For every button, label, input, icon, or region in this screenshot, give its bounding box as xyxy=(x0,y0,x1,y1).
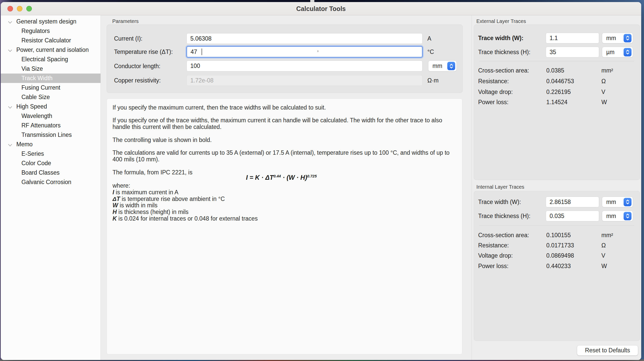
stepper-up-down-icon xyxy=(624,48,631,56)
internal-traces-group-box: Trace width (W): mm Trace thickness (H):… xyxy=(474,191,640,341)
stepper-up-down-icon xyxy=(624,198,631,206)
internal-resistance-value: 0.0171733 xyxy=(546,242,574,249)
stepper-up-down-icon xyxy=(624,34,631,42)
layer-traces-panel: External Layer Traces Trace width (W): m… xyxy=(472,15,641,360)
help-paragraph: The controlling value is shown in bold. xyxy=(113,137,457,143)
sidebar-item-power-current-isolation[interactable]: Power, current and isolation xyxy=(1,45,101,55)
copper-resistivity-input xyxy=(187,75,423,86)
external-resistance-value: 0.0446753 xyxy=(546,78,574,85)
legend-line: ΔT is temperature rise above ambient in … xyxy=(113,196,258,202)
current-input[interactable] xyxy=(187,33,423,44)
divider xyxy=(479,225,634,226)
current-label: Current (I): xyxy=(114,35,142,42)
external-traces-section-title: External Layer Traces xyxy=(476,18,526,24)
external-trace-width-unit-select[interactable]: mm xyxy=(602,33,633,43)
chevron-down-icon[interactable] xyxy=(8,48,12,52)
sidebar-item-board-classes[interactable]: Board Classes xyxy=(1,168,101,177)
window-title: Calculator Tools xyxy=(1,2,641,15)
sidebar-item-cable-size[interactable]: Cable Size xyxy=(1,92,101,102)
internal-trace-thickness-input[interactable] xyxy=(546,211,599,221)
legend-line: K is 0.024 for internal traces or 0.048 … xyxy=(113,215,258,222)
track-width-main-panel: Parameters Current (I): A Temperature ri… xyxy=(101,15,472,360)
help-paragraph: The calculations are valid for currents … xyxy=(113,149,457,163)
sidebar-item-general-system-design[interactable]: General system design xyxy=(1,17,101,26)
copper-resistivity-label: Copper resistivity: xyxy=(114,77,161,84)
sidebar-item-memo[interactable]: Memo xyxy=(1,140,101,149)
legend-line: H is thickness (height) in mils xyxy=(113,209,258,215)
temperature-rise-unit-label: °C xyxy=(427,49,434,55)
sidebar-item-electrical-spacing[interactable]: Electrical Spacing xyxy=(1,55,101,64)
internal-voltage-drop-value: 0.0869498 xyxy=(546,252,574,259)
sidebar-item-fusing-current[interactable]: Fusing Current xyxy=(1,83,101,92)
copper-resistivity-unit-label: Ω·m xyxy=(427,77,439,84)
chevron-down-icon[interactable] xyxy=(8,105,12,109)
internal-trace-thickness-unit-select[interactable]: mm xyxy=(602,211,633,221)
sidebar-item-track-width[interactable]: Track Width xyxy=(1,74,101,83)
where-label: where: xyxy=(113,183,258,189)
internal-trace-width-unit-select[interactable]: mm xyxy=(602,197,633,207)
external-traces-group-box: Trace width (W): mm Trace thickness (H):… xyxy=(474,25,640,180)
reset-to-defaults-button[interactable]: Reset to Defaults xyxy=(577,345,638,356)
internal-power-loss-value: 0.440233 xyxy=(546,263,571,270)
window-titlebar: Calculator Tools xyxy=(1,2,641,15)
sidebar-item-galvanic-corrosion[interactable]: Galvanic Corrosion xyxy=(1,177,101,187)
conductor-length-label: Conductor length: xyxy=(114,63,160,69)
calculator-tools-window: Calculator Tools General system design R… xyxy=(1,2,641,360)
stepper-up-down-icon xyxy=(447,62,455,70)
external-trace-width-label: Trace width (W): xyxy=(478,35,524,42)
parameters-group-box: Current (I): A Temperature rise (ΔT): °C… xyxy=(107,25,463,93)
parameters-section-title: Parameters xyxy=(112,18,139,24)
external-trace-thickness-unit-select[interactable]: µm xyxy=(602,47,633,57)
internal-trace-width-label: Trace width (W): xyxy=(478,199,521,206)
sidebar-item-color-code[interactable]: Color Code xyxy=(1,159,101,168)
sidebar-item-resistor-calculator[interactable]: Resistor Calculator xyxy=(1,36,101,45)
sidebar-item-regulators[interactable]: Regulators xyxy=(1,26,101,36)
text-caret xyxy=(202,49,202,55)
internal-cross-section-value: 0.100155 xyxy=(546,232,571,239)
sidebar-item-rf-attenuators[interactable]: RF Attenuators xyxy=(1,121,101,130)
external-trace-thickness-label: Trace thickness (H): xyxy=(478,49,530,56)
sidebar-item-e-series[interactable]: E-Series xyxy=(1,149,101,159)
stepper-up-down-icon xyxy=(624,212,631,220)
legend-line: W is width in mils xyxy=(113,202,258,209)
sidebar-calculator-tree: General system design Regulators Resisto… xyxy=(1,15,101,360)
sidebar-item-transmission-lines[interactable]: Transmission Lines xyxy=(1,130,101,140)
desktop-background: Calculator Tools General system design R… xyxy=(0,0,644,361)
text-cursor-artifact xyxy=(317,50,318,52)
external-trace-width-input[interactable] xyxy=(546,33,599,43)
help-text-panel: If you specify the maximum current, then… xyxy=(107,99,462,354)
chevron-down-icon[interactable] xyxy=(8,20,12,24)
external-voltage-drop-value: 0.226195 xyxy=(546,89,571,95)
temperature-rise-label: Temperature rise (ΔT): xyxy=(114,49,173,55)
help-paragraph: If you specify one of the trace widths, … xyxy=(113,117,457,130)
external-power-loss-value: 1.14524 xyxy=(546,99,567,106)
internal-traces-section-title: Internal Layer Traces xyxy=(476,184,524,190)
internal-trace-width-input[interactable] xyxy=(546,197,599,207)
sidebar-item-wavelength[interactable]: Wavelength xyxy=(1,111,101,121)
legend-line: I is maximum current in A xyxy=(113,189,258,196)
current-unit-label: A xyxy=(427,35,431,42)
formula-legend: where: I is maximum current in A ΔT is t… xyxy=(113,183,258,222)
conductor-length-unit-select[interactable]: mm xyxy=(428,61,457,71)
external-cross-section-value: 0.0385 xyxy=(546,67,564,74)
ipc2221-formula: I = K · ΔT0.44 · (W · H)0.725 xyxy=(246,174,317,181)
sidebar-item-via-size[interactable]: Via Size xyxy=(1,64,101,74)
help-paragraph: If you specify the maximum current, then… xyxy=(113,104,457,111)
internal-trace-thickness-label: Trace thickness (H): xyxy=(478,213,530,220)
conductor-length-input[interactable] xyxy=(187,61,423,71)
temperature-rise-input[interactable] xyxy=(187,46,423,57)
divider xyxy=(479,61,634,61)
sidebar-item-high-speed[interactable]: High Speed xyxy=(1,102,101,111)
chevron-down-icon[interactable] xyxy=(8,142,12,147)
external-trace-thickness-input[interactable] xyxy=(546,47,599,57)
